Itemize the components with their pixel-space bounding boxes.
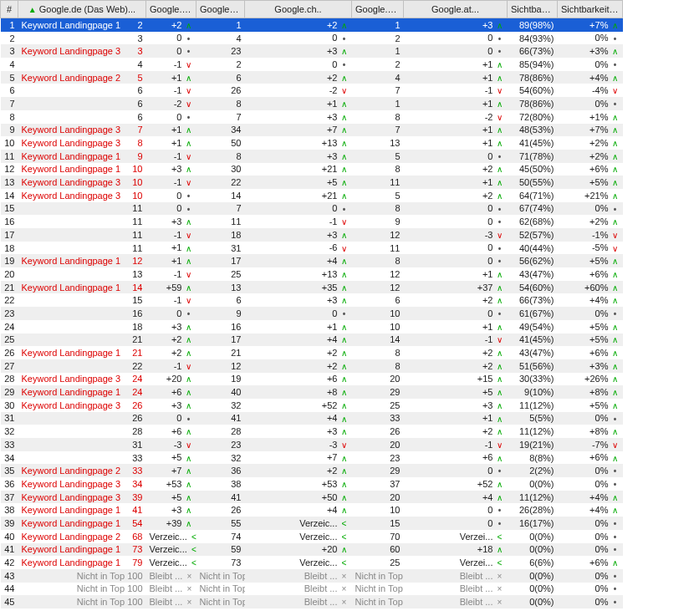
cell-vis-diff: +3% ∧ bbox=[558, 44, 623, 58]
arrow-up-icon: ∧ bbox=[496, 297, 504, 305]
table-row[interactable]: 14Keyword Landingpage 3100 •14+21 ∧5+2 ∧… bbox=[1, 189, 695, 202]
x-icon: × bbox=[185, 598, 193, 607]
cell-keyword: 3 bbox=[18, 32, 146, 45]
table-row[interactable]: 44-1 ∨20 •2+1 ∧85(94%)0% • bbox=[1, 58, 695, 71]
table-row[interactable]: 11Keyword Landingpage 19-1 ∨8+3 ∧50 •71(… bbox=[1, 150, 695, 163]
cell-vis-diff: +6% ∧ bbox=[558, 163, 623, 176]
table-row[interactable]: 2013-1 ∨25+13 ∧12+1 ∧43(47%)+6% ∧ bbox=[1, 267, 695, 281]
arrow-down-icon: ∨ bbox=[340, 245, 349, 253]
table-row[interactable]: 30Keyword Landingpage 326+3 ∧32+52 ∧25+3… bbox=[1, 399, 695, 412]
cell-at: 7 bbox=[352, 84, 404, 97]
table-row[interactable]: 23160 •90 •100 •61(67%)0% • bbox=[1, 307, 695, 320]
arrow-down-icon: ∨ bbox=[611, 245, 620, 253]
table-row[interactable]: 45Nicht in Top 100Bleibt ... ×Nicht in T… bbox=[1, 595, 695, 608]
dot-icon: • bbox=[611, 481, 620, 489]
arrow-left-icon: < bbox=[190, 533, 196, 542]
table-row[interactable]: 31260 •41+4 ∧33+1 ∧5(5%)0% • bbox=[1, 412, 695, 425]
table-row[interactable]: 66-1 ∨26-2 ∨7-1 ∨54(60%)-4% ∨ bbox=[1, 84, 695, 97]
cell-de-diff: +3 ∧ bbox=[146, 163, 196, 176]
table-row[interactable]: 2215-1 ∨6+3 ∧6+2 ∧66(73%)+4% ∧ bbox=[1, 293, 695, 307]
arrow-up-icon: ∧ bbox=[496, 546, 504, 554]
cell-index: 31 bbox=[1, 412, 18, 425]
table-row[interactable]: 1Keyword Landingpage 12+2 ∧1+2 ∧1+3 ∧89(… bbox=[1, 18, 695, 32]
cell-ch-diff: +6 ∧ bbox=[245, 373, 352, 386]
arrow-up-icon: ∧ bbox=[185, 336, 193, 344]
arrow-up-icon: ∧ bbox=[185, 375, 193, 384]
cell-vis-diff: +5% ∧ bbox=[558, 254, 623, 267]
table-row[interactable]: 2418+3 ∧16+1 ∧10+1 ∧49(54%)+5% ∧ bbox=[1, 320, 695, 333]
table-row[interactable]: 42Keyword Landingpage 179Verzeic... <73V… bbox=[1, 556, 695, 569]
cell-index: 21 bbox=[1, 281, 18, 294]
arrow-up-icon: ∧ bbox=[496, 100, 504, 109]
cell-index: 44 bbox=[1, 583, 18, 596]
table-row[interactable]: 860 •7+3 ∧8-2 ∨72(80%)+1% ∧ bbox=[1, 110, 695, 124]
arrow-up-icon: ∧ bbox=[496, 271, 504, 279]
arrow-up-icon: ∧ bbox=[611, 114, 620, 122]
dot-icon: • bbox=[611, 61, 620, 69]
col-google-at[interactable]: Google.at (Das Web)... bbox=[352, 1, 404, 18]
cell-keyword: Keyword Landingpage 339 bbox=[18, 491, 146, 504]
table-row[interactable]: 26Keyword Landingpage 121+2 ∧21+2 ∧8+2 ∧… bbox=[1, 346, 695, 359]
table-row[interactable]: 37Keyword Landingpage 339+5 ∧41+50 ∧20+4… bbox=[1, 491, 695, 504]
cell-vis-diff: 0% • bbox=[558, 530, 623, 543]
arrow-up-icon: ∧ bbox=[340, 48, 349, 56]
table-row[interactable]: 9Keyword Landingpage 37+1 ∧34+7 ∧7+1 ∧48… bbox=[1, 124, 695, 137]
cell-ch: 8 bbox=[196, 150, 245, 163]
table-row[interactable]: 3228+6 ∧28+3 ∧26+2 ∧11(12%)+8% ∧ bbox=[1, 425, 695, 438]
arrow-up-icon: ∧ bbox=[340, 349, 349, 358]
col-google-at-diff[interactable]: Google.at... bbox=[404, 1, 508, 18]
table-row[interactable]: 39Keyword Landingpage 154+39 ∧55Verzeic.… bbox=[1, 517, 695, 530]
table-row[interactable]: 13Keyword Landingpage 310-1 ∨22+5 ∧11+1 … bbox=[1, 176, 695, 189]
table-row[interactable]: 5Keyword Landingpage 25+1 ∧6+2 ∧4+1 ∧78(… bbox=[1, 71, 695, 84]
cell-vis: 56(62%) bbox=[508, 254, 558, 267]
cell-keyword: 6 bbox=[18, 110, 146, 124]
table-row[interactable]: 19Keyword Landingpage 112+1 ∧17+4 ∧80 •5… bbox=[1, 254, 695, 267]
arrow-up-icon: ∧ bbox=[611, 165, 620, 174]
table-row[interactable]: 2521+2 ∧17+4 ∧14-1 ∨41(45%)+5% ∧ bbox=[1, 333, 695, 347]
col-google-ch-diff[interactable]: Google.ch.. bbox=[245, 1, 352, 18]
table-row[interactable]: 3433+5 ∧32+7 ∧23+6 ∧8(8%)+6% ∧ bbox=[1, 451, 695, 465]
table-row[interactable]: 10Keyword Landingpage 38+1 ∧50+13 ∧13+1 … bbox=[1, 136, 695, 150]
arrow-up-icon: ∧ bbox=[496, 61, 504, 69]
cell-index: 8 bbox=[1, 110, 18, 124]
table-row[interactable]: 76-2 ∨8+1 ∧1+1 ∧78(86%)0% • bbox=[1, 97, 695, 110]
table-row[interactable]: 35Keyword Landingpage 233+7 ∧36+2 ∧290 •… bbox=[1, 464, 695, 477]
cell-at-diff: 0 • bbox=[404, 202, 508, 216]
table-row[interactable]: 1711-1 ∨18+3 ∧12-3 ∨52(57%)-1% ∨ bbox=[1, 228, 695, 242]
table-row[interactable]: 1811+1 ∧31-6 ∨110 •40(44%)-5% ∨ bbox=[1, 242, 695, 255]
table-row[interactable]: 41Keyword Landingpage 173Verzeic... <59+… bbox=[1, 543, 695, 557]
col-index[interactable]: # bbox=[1, 1, 18, 18]
table-row[interactable]: 2722-1 ∨12+2 ∧8+2 ∧51(56%)+3% ∧ bbox=[1, 359, 695, 373]
col-google-de[interactable]: ▲ Google.de (Das Web)... bbox=[18, 1, 146, 18]
col-google-ch[interactable]: Google.ch (Das Web)... bbox=[196, 1, 245, 18]
table-row[interactable]: 1611+3 ∧11-1 ∨90 •62(68%)+2% ∧ bbox=[1, 215, 695, 228]
col-visibility[interactable]: Sichtbarkeit bbox=[508, 1, 558, 18]
cell-at-diff: +1 ∧ bbox=[404, 320, 508, 333]
table-row[interactable]: 38Keyword Landingpage 141+3 ∧26+4 ∧100 •… bbox=[1, 503, 695, 517]
col-google-de-diff[interactable]: Google.de... bbox=[146, 1, 196, 18]
table-row[interactable]: 36Keyword Landingpage 334+53 ∧38+53 ∧37+… bbox=[1, 477, 695, 491]
table-row[interactable]: 28Keyword Landingpage 324+20 ∧19+6 ∧20+1… bbox=[1, 373, 695, 386]
cell-keyword: 28 bbox=[18, 425, 146, 438]
cell-ch: 17 bbox=[196, 254, 245, 267]
table-row[interactable]: 3Keyword Landingpage 330 •23+3 ∧10 •66(7… bbox=[1, 44, 695, 58]
cell-index: 24 bbox=[1, 320, 18, 333]
table-row[interactable]: 43Nicht in Top 100Bleibt ... ×Nicht in T… bbox=[1, 569, 695, 583]
col-visibility-diff[interactable]: Sichtbarkeit-Differenz bbox=[558, 1, 623, 18]
table-row[interactable]: 29Keyword Landingpage 124+6 ∧40+8 ∧29+5 … bbox=[1, 385, 695, 399]
table-row[interactable]: 44Nicht in Top 100Bleibt ... ×Nicht in T… bbox=[1, 583, 695, 596]
cell-index: 12 bbox=[1, 163, 18, 176]
table-row[interactable]: 21Keyword Landingpage 114+59 ∧13+35 ∧12+… bbox=[1, 281, 695, 294]
table-row[interactable]: 230 •40 •20 •84(93%)0% • bbox=[1, 32, 695, 45]
table-row[interactable]: 12Keyword Landingpage 110+3 ∧30+21 ∧8+2 … bbox=[1, 163, 695, 176]
table-row[interactable]: 15110 •70 •80 •67(74%)0% • bbox=[1, 202, 695, 216]
cell-de-diff: 0 • bbox=[146, 110, 196, 124]
cell-ch-diff: +4 ∧ bbox=[245, 412, 352, 425]
ranking-table[interactable]: # ▲ Google.de (Das Web)... Google.de... … bbox=[0, 0, 694, 608]
cell-de-diff: +39 ∧ bbox=[146, 517, 196, 530]
table-row[interactable]: 40Keyword Landingpage 268Verzeic... <74V… bbox=[1, 530, 695, 543]
table-row[interactable]: 3331-3 ∨23-3 ∨20-1 ∨19(21%)-7% ∨ bbox=[1, 438, 695, 451]
arrow-up-icon: ∧ bbox=[611, 126, 620, 135]
cell-keyword: Keyword Landingpage 121 bbox=[18, 346, 146, 359]
arrow-up-icon: ∧ bbox=[185, 428, 193, 436]
